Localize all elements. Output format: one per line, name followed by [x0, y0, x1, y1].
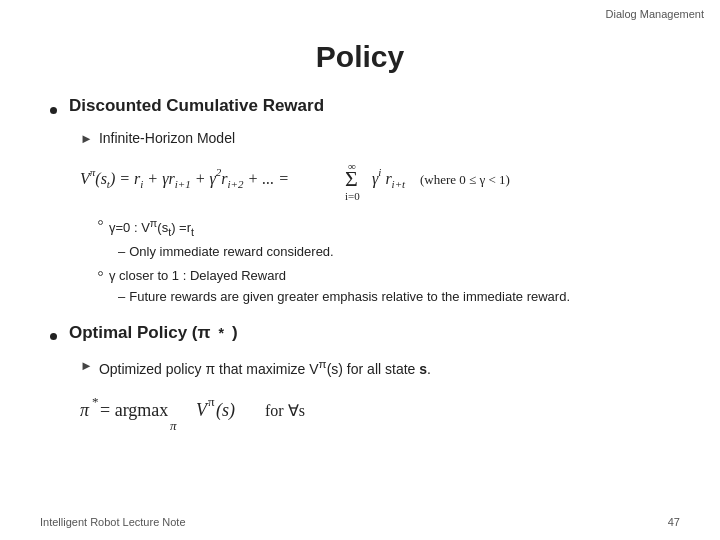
dash-icon-2: – — [118, 287, 125, 307]
svg-text:π: π — [208, 394, 215, 409]
formula-1: Vπ(st) = ri + γri+1 + γ2ri+2 + ... = ∞ Σ… — [80, 154, 670, 205]
section-optimal: Optimal Policy (π*) ► Optimized policy π… — [50, 323, 670, 444]
circle-bullet-2 — [98, 271, 103, 276]
arrow-icon-1: ► — [80, 131, 93, 146]
dash-item-2: – Future rewards are given greater empha… — [118, 287, 670, 307]
gamma1-label: γ closer to 1 : γ closer to 1 : Delayed … — [109, 266, 286, 286]
svg-text:i=0: i=0 — [345, 190, 360, 202]
svg-text:for  ∀s: for ∀s — [265, 402, 305, 419]
sub-item-gamma1: γ closer to 1 : γ closer to 1 : Delayed … — [98, 266, 670, 286]
svg-text:(where 0 ≤ γ < 1): (where 0 ≤ γ < 1) — [420, 172, 510, 187]
dash-icon-1: – — [118, 242, 125, 262]
sub-item-gamma0: γ=0 : Vπ(st) =rt — [98, 215, 670, 240]
dialog-management-label: Dialog Management — [606, 8, 704, 20]
section2-heading: Optimal Policy (π*) — [69, 323, 238, 343]
dash-item-1: – Only immediate reward considered. — [118, 242, 670, 262]
footer-left: Intelligent Robot Lecture Note — [40, 516, 186, 528]
svg-text:π: π — [80, 400, 90, 420]
footer: Intelligent Robot Lecture Note 47 — [40, 516, 680, 528]
svg-text:= argmax: = argmax — [100, 400, 168, 420]
svg-text:Vπ(st) = ri + γri+1 + γ2ri+2 +: Vπ(st) = ri + γri+1 + γ2ri+2 + ... = — [80, 166, 289, 190]
section-discounted: Discounted Cumulative Reward ► Infinite-… — [50, 96, 670, 307]
infinite-horizon-label: Infinite-Horizon Model — [99, 130, 235, 146]
svg-text:Σ: Σ — [345, 166, 358, 191]
arrow-item-1: ► Infinite-Horizon Model — [80, 130, 670, 146]
gamma0-label: γ=0 : Vπ(st) =rt — [109, 215, 194, 240]
arrow-item-2: ► Optimized policy π that maximize Vπ(s)… — [80, 357, 670, 377]
bullet-icon-2 — [50, 333, 57, 340]
top-bar: Dialog Management — [606, 8, 704, 20]
sub-content-1: γ=0 : Vπ(st) =rt – Only immediate reward… — [98, 215, 670, 307]
circle-bullet-1 — [98, 220, 103, 225]
bullet-icon — [50, 107, 57, 114]
svg-text:*: * — [92, 394, 99, 409]
formula-2: π * = argmax π V π (s) for ∀s — [80, 384, 670, 443]
arrow-icon-2: ► — [80, 358, 93, 373]
optimal-policy-label: Optimized policy π that maximize Vπ(s) f… — [99, 357, 431, 377]
svg-text:π: π — [170, 418, 177, 433]
section1-heading: Discounted Cumulative Reward — [69, 96, 324, 116]
svg-text:(s): (s) — [216, 400, 235, 421]
page-title: Policy — [50, 40, 670, 74]
dash-text-2: Future rewards are given greater emphasi… — [129, 287, 570, 307]
svg-text:γi ri+t: γi ri+t — [372, 166, 406, 190]
dash-text-1: Only immediate reward considered. — [129, 242, 333, 262]
footer-right: 47 — [668, 516, 680, 528]
